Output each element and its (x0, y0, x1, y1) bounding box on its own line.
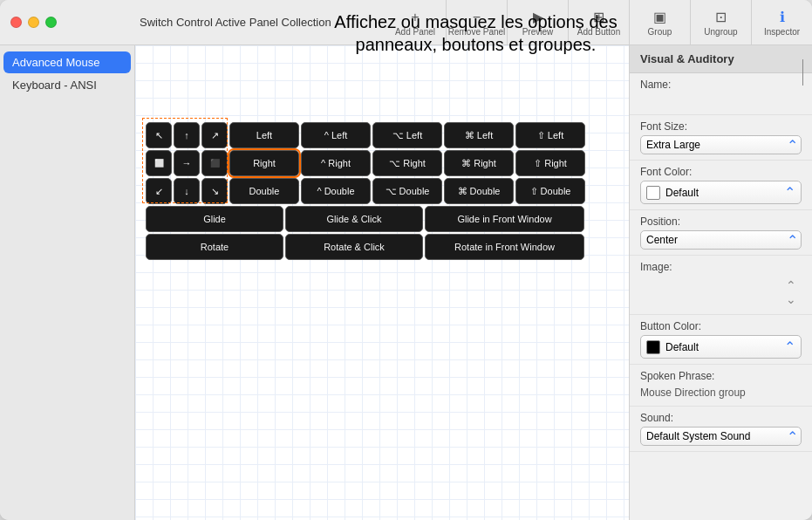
add-panel-label: Add Panel (395, 27, 435, 37)
inspector-button[interactable]: ℹ Inspector (751, 0, 812, 45)
spoken-value: Mouse Direction group (640, 385, 802, 400)
sidebar-item-keyboard[interactable]: Keyboard - ANSI (3, 74, 131, 96)
ungroup-button[interactable]: ⊡ Ungroup (690, 0, 751, 45)
spoken-label: Spoken Phrase: (640, 370, 802, 382)
group-label: Group (648, 27, 672, 37)
panel-fontsize-row: Font Size: Extra Large Small Medium Larg… (630, 115, 812, 161)
position-label: Position: (640, 216, 802, 228)
panel-header: Visual & Auditory (630, 45, 812, 73)
row-1: ↖ ↑ ↗ Left ^ Left ⌥ Left ⌘ Left ⇧ Left (146, 122, 585, 148)
btn-e[interactable]: → (174, 150, 200, 176)
btn-w-small[interactable]: ⬜ (146, 150, 172, 176)
add-icon: + (411, 10, 419, 25)
minimize-button[interactable] (28, 17, 39, 28)
btn-rotate-click[interactable]: Rotate & Click (285, 234, 423, 260)
row-5: Rotate Rotate & Click Rotate in Front Wi… (146, 234, 585, 260)
btn-shift-right[interactable]: ⇧ Right (515, 150, 585, 176)
btn-ctrl-right[interactable]: ^ Right (301, 150, 371, 176)
panel-position-row: Position: Center Left Right ⌃ (630, 210, 812, 256)
panel-fontcolor-row: Font Color: Default ⌃ (630, 161, 812, 210)
panel-sound-row: Sound: Default System Sound ⌃ (630, 407, 812, 452)
preview-icon: ▶ (533, 9, 543, 25)
sound-label: Sound: (640, 412, 802, 424)
window-controls (10, 17, 57, 28)
inspector-icon: ℹ (780, 9, 785, 25)
fontcolor-arrow-icon: ⌃ (784, 184, 795, 201)
inspector-label: Inspector (764, 27, 800, 37)
group-button[interactable]: ▣ Group (629, 0, 690, 45)
main-layout: Advanced Mouse Keyboard - ANSI ↖ ↑ ↗ Lef… (0, 45, 812, 520)
btn-cmd-left[interactable]: ⌘ Left (444, 122, 514, 148)
window-title: Switch Control Active Panel Collection (140, 16, 331, 29)
fontcolor-label: Font Color: (640, 166, 802, 178)
panel-spoken-row: Spoken Phrase: Mouse Direction group (630, 365, 812, 407)
row-4: Glide Glide & Click Glide in Front Windo… (146, 206, 585, 232)
add-button-button[interactable]: ⊞ Add Button (568, 0, 629, 45)
position-select[interactable]: Center Left Right (640, 230, 802, 250)
image-control[interactable]: ⌃⌄ (640, 276, 802, 309)
btn-nw[interactable]: ↖ (146, 122, 172, 148)
btn-glide[interactable]: Glide (146, 206, 283, 232)
right-panel: Visual & Auditory Name: Font Size: Extra… (629, 45, 812, 520)
toolbar: + Add Panel − Remove Panel ▶ Preview ⊞ A… (385, 0, 812, 45)
btncolor-label: Button Color: (640, 320, 802, 332)
panel-name-row: Name: (630, 73, 812, 115)
btn-glide-front[interactable]: Glide in Front Window (425, 206, 584, 232)
btn-ne[interactable]: ↗ (201, 122, 228, 148)
btn-n[interactable]: ↑ (174, 122, 200, 148)
btn-shift-left[interactable]: ⇧ Left (515, 122, 585, 148)
btn-rotate-front[interactable]: Rotate in Front Window (425, 234, 584, 260)
btn-rotate[interactable]: Rotate (146, 234, 283, 260)
close-button[interactable] (10, 17, 22, 28)
btn-right[interactable]: Right (229, 150, 299, 176)
canvas-grid: ↖ ↑ ↗ Left ^ Left ⌥ Left ⌘ Left ⇧ Left ⬜… (135, 45, 629, 520)
btn-opt-left[interactable]: ⌥ Left (372, 122, 442, 148)
btn-w-large[interactable]: ⬛ (201, 150, 228, 176)
canvas-area: ↖ ↑ ↗ Left ^ Left ⌥ Left ⌘ Left ⇧ Left ⬜… (135, 45, 629, 520)
fontcolor-swatch (646, 186, 660, 200)
title-bar: Switch Control Active Panel Collection +… (0, 0, 812, 45)
btn-opt-right[interactable]: ⌥ Right (372, 150, 442, 176)
btn-ctrl-left[interactable]: ^ Left (301, 122, 371, 148)
maximize-button[interactable] (45, 17, 57, 28)
btncolor-select[interactable]: Default ⌃ (640, 335, 802, 359)
panel-btncolor-row: Button Color: Default ⌃ (630, 315, 812, 365)
image-label: Image: (640, 261, 802, 273)
ungroup-icon: ⊡ (715, 9, 727, 25)
btn-left[interactable]: Left (229, 122, 299, 148)
btn-glide-click[interactable]: Glide & Click (285, 206, 423, 232)
fontcolor-select[interactable]: Default ⌃ (640, 181, 802, 204)
remove-icon: − (473, 10, 481, 25)
row-2: ⬜ → ⬛ Right ^ Right ⌥ Right ⌘ Right ⇧ Ri… (146, 150, 585, 176)
fontsize-label: Font Size: (640, 120, 802, 133)
btn-cmd-right[interactable]: ⌘ Right (444, 150, 514, 176)
remove-panel-button[interactable]: − Remove Panel (446, 0, 507, 45)
btn-double[interactable]: Double (229, 178, 299, 204)
btncolor-swatch (646, 340, 660, 354)
position-select-wrapper: Center Left Right ⌃ (640, 230, 802, 250)
add-button-icon: ⊞ (593, 9, 604, 25)
btn-cmd-double[interactable]: ⌘ Double (444, 178, 514, 204)
sound-select[interactable]: Default System Sound (640, 427, 802, 446)
btn-opt-double[interactable]: ⌥ Double (372, 178, 442, 204)
name-label: Name: (640, 79, 802, 91)
row-3: ↙ ↓ ↘ Double ^ Double ⌥ Double ⌘ Double … (146, 178, 585, 204)
group-icon: ▣ (653, 9, 666, 25)
sidebar-item-advanced-mouse[interactable]: Advanced Mouse (3, 51, 131, 73)
fontsize-select-wrapper: Extra Large Small Medium Large ⌃ (640, 135, 802, 154)
ungroup-label: Ungroup (704, 27, 737, 37)
btn-ctrl-double[interactable]: ^ Double (301, 178, 371, 204)
button-grid: ↖ ↑ ↗ Left ^ Left ⌥ Left ⌘ Left ⇧ Left ⬜… (146, 122, 585, 262)
preview-button[interactable]: ▶ Preview (507, 0, 568, 45)
add-button-label: Add Button (577, 27, 620, 37)
btncolor-arrow-icon: ⌃ (784, 339, 795, 355)
name-value (640, 93, 802, 109)
add-panel-button[interactable]: + Add Panel (385, 0, 446, 45)
btn-se[interactable]: ↘ (201, 178, 228, 204)
btn-shift-double[interactable]: ⇧ Double (515, 178, 585, 204)
btn-sw[interactable]: ↙ (146, 178, 172, 204)
btn-s[interactable]: ↓ (174, 178, 200, 204)
fontcolor-value: Default (665, 187, 779, 199)
sound-select-wrapper: Default System Sound ⌃ (640, 427, 802, 446)
fontsize-select[interactable]: Extra Large Small Medium Large (640, 135, 802, 154)
